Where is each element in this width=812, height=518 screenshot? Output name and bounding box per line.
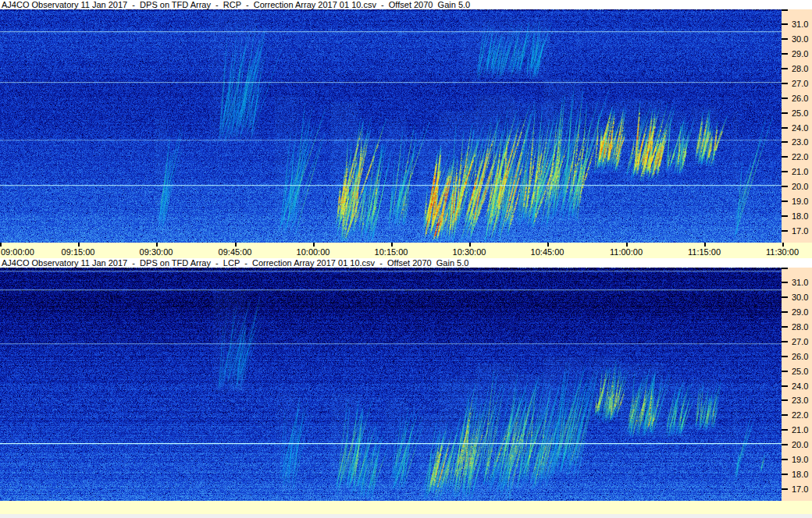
time-tick-label: 09:00:00: [1, 247, 34, 257]
freq-tick-label: 20.0: [792, 182, 808, 191]
lcp-time-axis-empty: [0, 501, 812, 514]
time-tick: [704, 243, 706, 247]
freq-tick-label: 25.0: [792, 367, 808, 376]
freq-tick: [782, 282, 788, 283]
freq-tick-label: 26.0: [792, 94, 808, 103]
freq-tick: [782, 230, 788, 232]
time-tick-label: 11:30:00: [766, 247, 799, 257]
time-tick: [235, 243, 237, 247]
freq-tick: [782, 83, 788, 84]
freq-tick: [782, 156, 788, 158]
freq-tick: [782, 385, 788, 387]
freq-tick-label: 25.0: [792, 108, 808, 118]
freq-tick-label: 23.0: [792, 137, 808, 147]
freq-tick: [782, 215, 788, 217]
time-tick-label: 11:00:00: [610, 247, 643, 257]
time-tick: [547, 243, 549, 247]
freq-tick: [782, 127, 788, 129]
time-tick-label: 10:15:00: [375, 247, 408, 257]
freq-tick: [782, 200, 788, 202]
freq-tick-label: 24.0: [792, 381, 808, 391]
time-tick-label: 09:30:00: [140, 247, 173, 257]
freq-tick: [782, 9, 788, 11]
freq-tick: [782, 311, 788, 313]
freq-tick-label: 19.0: [792, 455, 808, 464]
time-tick-label: 09:45:00: [219, 247, 252, 257]
freq-tick-label: 21.0: [792, 425, 808, 435]
freq-tick-label: 30.0: [792, 293, 808, 302]
freq-tick-label: 29.0: [792, 307, 808, 317]
freq-tick-label: 18.0: [792, 211, 808, 221]
time-tick: [469, 243, 471, 247]
freq-tick: [782, 341, 788, 342]
freq-tick: [782, 296, 788, 298]
freq-tick-label: 26.0: [792, 352, 808, 361]
time-tick-label: 10:45:00: [531, 247, 564, 257]
freq-tick: [782, 356, 788, 357]
time-tick-label: 10:30:00: [453, 247, 486, 257]
freq-tick: [782, 459, 788, 460]
freq-tick: [782, 23, 788, 25]
freq-tick: [782, 429, 788, 431]
freq-tick-label: 20.0: [792, 440, 808, 449]
freq-tick: [782, 38, 788, 40]
freq-tick-label: 27.0: [792, 79, 808, 88]
rcp-time-axis: 09:00:0009:15:0009:30:0009:45:0010:00:00…: [0, 243, 812, 258]
freq-tick-label: 17.0: [792, 226, 808, 236]
freq-tick: [782, 186, 788, 187]
freq-tick: [782, 98, 788, 99]
freq-tick-label: 28.0: [792, 64, 808, 73]
lcp-panel-title: AJ4CO Observatory 11 Jan 2017 - DPS on T…: [0, 258, 812, 268]
freq-tick: [782, 399, 788, 401]
freq-tick-label: 28.0: [792, 322, 808, 332]
freq-tick: [782, 414, 788, 416]
freq-tick-label: 19.0: [792, 197, 808, 206]
time-tick: [313, 243, 315, 247]
rcp-spectrogram: [0, 9, 782, 243]
freq-tick-label: 18.0: [792, 470, 808, 479]
time-tick-label: 09:15:00: [62, 247, 95, 257]
time-tick: [782, 243, 784, 247]
time-tick-label: 11:15:00: [688, 247, 721, 257]
freq-tick: [782, 141, 788, 143]
freq-tick-label: 22.0: [792, 152, 808, 161]
lcp-spectrogram: [0, 268, 782, 501]
rcp-frequency-axis: 31.030.029.028.027.026.025.024.023.022.0…: [782, 9, 812, 243]
rcp-panel-title: AJ4CO Observatory 11 Jan 2017 - DPS on T…: [0, 0, 812, 9]
freq-tick-label: 21.0: [792, 167, 808, 176]
freq-tick-label: 23.0: [792, 396, 808, 405]
freq-tick: [782, 488, 788, 490]
freq-tick: [782, 68, 788, 69]
freq-tick: [782, 112, 788, 114]
freq-tick-label: 27.0: [792, 337, 808, 346]
time-tick: [391, 243, 393, 247]
freq-tick-label: 22.0: [792, 410, 808, 420]
freq-tick: [782, 171, 788, 172]
freq-tick-label: 29.0: [792, 49, 808, 59]
time-tick-label: 10:00:00: [297, 247, 330, 257]
time-tick: [0, 243, 2, 247]
time-tick: [626, 243, 628, 247]
freq-tick: [782, 371, 788, 372]
freq-tick: [782, 474, 788, 475]
freq-tick-label: 30.0: [792, 34, 808, 44]
freq-tick-label: 31.0: [792, 278, 808, 287]
freq-tick-label: 24.0: [792, 123, 808, 133]
freq-tick-label: 31.0: [792, 20, 808, 29]
time-tick: [78, 243, 80, 247]
lcp-frequency-axis: 31.030.029.028.027.026.025.024.023.022.0…: [782, 268, 812, 501]
freq-tick-label: 17.0: [792, 484, 808, 494]
freq-tick: [782, 444, 788, 445]
freq-tick: [782, 326, 788, 328]
freq-tick: [782, 268, 788, 269]
freq-tick: [782, 53, 788, 55]
time-tick: [156, 243, 158, 247]
